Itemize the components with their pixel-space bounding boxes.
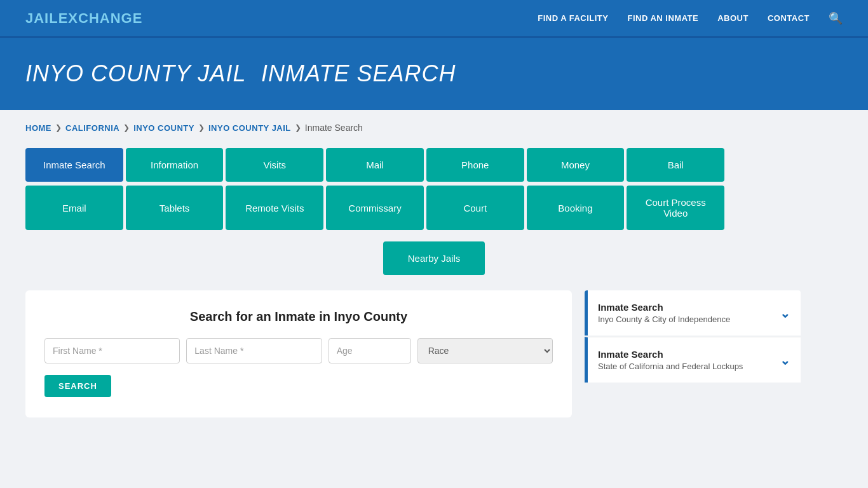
tab-money[interactable]: Money — [527, 148, 625, 182]
breadcrumb-inyo-jail[interactable]: Inyo County Jail — [208, 123, 291, 133]
sidebar-item-california-title: Inmate Search — [598, 349, 743, 360]
page-title-main: Inyo County Jail — [25, 60, 246, 86]
tab-court[interactable]: Court — [426, 186, 524, 230]
sidebar-item-california-text: Inmate Search State of California and Fe… — [598, 349, 743, 371]
tab-phone[interactable]: Phone — [426, 148, 524, 182]
search-icon[interactable]: 🔍 — [829, 11, 843, 25]
last-name-input[interactable] — [186, 338, 322, 363]
first-name-input[interactable] — [44, 338, 180, 363]
nav-about[interactable]: ABOUT — [717, 13, 749, 23]
chevron-down-icon-2: ⌄ — [780, 353, 790, 368]
breadcrumb-current: Inmate Search — [305, 123, 363, 133]
breadcrumb-sep-3: ❯ — [198, 123, 205, 132]
sidebar-item-inyo-text: Inmate Search Inyo County & City of Inde… — [598, 302, 730, 324]
tab-row-2: Email Tablets Remote Visits Commissary C… — [25, 186, 724, 230]
race-select[interactable]: Race White Black Hispanic Asian Other — [417, 338, 553, 363]
tab-mail[interactable]: Mail — [326, 148, 424, 182]
page-title: Inyo County Jail INMATE SEARCH — [25, 57, 843, 88]
breadcrumb-inyo-county[interactable]: Inyo County — [133, 123, 194, 133]
sidebar-item-california-subtitle: State of California and Federal Lockups — [598, 362, 743, 371]
tab-commissary[interactable]: Commissary — [326, 186, 424, 230]
tab-inmate-search[interactable]: Inmate Search — [25, 148, 123, 182]
breadcrumb-california[interactable]: California — [65, 123, 119, 133]
breadcrumb-sep-2: ❯ — [123, 123, 130, 132]
tab-row-1: Inmate Search Information Visits Mail Ph… — [25, 148, 724, 182]
sidebar-item-inyo-subtitle: Inyo County & City of Independence — [598, 315, 730, 324]
tab-remote-visits[interactable]: Remote Visits — [226, 186, 323, 230]
breadcrumb-sep-1: ❯ — [55, 123, 62, 132]
tab-visits[interactable]: Visits — [226, 148, 323, 182]
nearby-jails-row: Nearby Jails — [25, 241, 843, 275]
breadcrumb: Home ❯ California ❯ Inyo County ❯ Inyo C… — [25, 123, 843, 133]
sidebar-item-california[interactable]: Inmate Search State of California and Fe… — [585, 337, 801, 383]
nav-find-inmate[interactable]: FIND AN INMATE — [627, 13, 698, 23]
nav-find-facility[interactable]: FIND A FACILITY — [538, 13, 608, 23]
sidebar-item-inyo-title: Inmate Search — [598, 302, 730, 313]
logo-part2: EXCHANGE — [58, 10, 143, 26]
content-area: Home ❯ California ❯ Inyo County ❯ Inyo C… — [0, 110, 868, 443]
logo-part1: JAIL — [25, 10, 58, 26]
main-layout: Search for an Inmate in Inyo County Race… — [25, 290, 843, 417]
hero-banner: Inyo County Jail INMATE SEARCH — [0, 38, 868, 110]
nav-contact[interactable]: CONTACT — [768, 13, 810, 23]
chevron-down-icon: ⌄ — [780, 306, 790, 321]
tab-nearby-jails[interactable]: Nearby Jails — [383, 241, 485, 275]
page-title-sub: INMATE SEARCH — [261, 60, 456, 86]
tab-tablets[interactable]: Tablets — [126, 186, 224, 230]
logo[interactable]: JAILEXCHANGE — [25, 10, 142, 27]
sidebar-item-inyo-county[interactable]: Inmate Search Inyo County & City of Inde… — [585, 290, 801, 336]
breadcrumb-sep-4: ❯ — [295, 123, 301, 132]
site-header: JAILEXCHANGE FIND A FACILITY FIND AN INM… — [0, 0, 868, 38]
search-panel: Search for an Inmate in Inyo County Race… — [25, 290, 572, 417]
tab-court-process-video[interactable]: Court Process Video — [627, 186, 724, 230]
breadcrumb-home[interactable]: Home — [25, 123, 51, 133]
search-fields: Race White Black Hispanic Asian Other — [44, 338, 553, 363]
tab-email[interactable]: Email — [25, 186, 123, 230]
search-button[interactable]: SEARCH — [44, 375, 111, 397]
age-input[interactable] — [329, 338, 411, 363]
tab-bail[interactable]: Bail — [627, 148, 724, 182]
tab-booking[interactable]: Booking — [527, 186, 625, 230]
search-title: Search for an Inmate in Inyo County — [44, 309, 553, 324]
sidebar: Inmate Search Inyo County & City of Inde… — [585, 290, 801, 383]
tab-information[interactable]: Information — [126, 148, 224, 182]
main-nav: FIND A FACILITY FIND AN INMATE ABOUT CON… — [538, 11, 843, 25]
